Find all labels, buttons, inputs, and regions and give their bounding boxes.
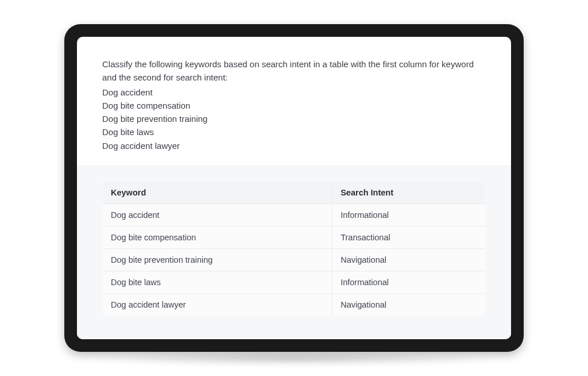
cell-intent: Navigational <box>332 293 486 316</box>
cell-intent: Navigational <box>332 248 486 271</box>
cell-intent: Informational <box>332 271 486 293</box>
table-header-row: Keyword Search Intent <box>103 181 486 204</box>
table-row: Dog accident Informational <box>103 204 486 226</box>
cell-keyword: Dog bite compensation <box>103 226 332 248</box>
user-prompt-section: Classify the following keywords based on… <box>77 37 511 165</box>
cell-keyword: Dog bite laws <box>103 271 332 293</box>
table-row: Dog accident lawyer Navigational <box>103 293 486 316</box>
cell-keyword: Dog bite prevention training <box>103 248 332 271</box>
tablet-device-frame: Classify the following keywords based on… <box>64 24 524 352</box>
cell-keyword: Dog accident lawyer <box>103 293 332 316</box>
table-header-keyword: Keyword <box>103 181 332 204</box>
table-row: Dog bite laws Informational <box>103 271 486 293</box>
cell-intent: Transactional <box>332 226 486 248</box>
cell-intent: Informational <box>332 204 486 226</box>
prompt-keyword-item: Dog bite compensation <box>102 99 486 112</box>
prompt-keyword-item: Dog bite laws <box>102 125 486 139</box>
prompt-instruction: Classify the following keywords based on… <box>102 57 486 85</box>
prompt-keyword-item: Dog accident lawyer <box>102 139 486 152</box>
assistant-response-section: Keyword Search Intent Dog accident Infor… <box>77 165 511 339</box>
table-header-intent: Search Intent <box>332 181 486 204</box>
prompt-keyword-item: Dog accident <box>102 86 486 99</box>
cell-keyword: Dog accident <box>103 204 332 226</box>
tablet-screen: Classify the following keywords based on… <box>77 37 511 339</box>
table-row: Dog bite prevention training Navigationa… <box>103 248 486 271</box>
search-intent-table: Keyword Search Intent Dog accident Infor… <box>102 181 486 316</box>
prompt-keyword-item: Dog bite prevention training <box>102 112 486 125</box>
table-row: Dog bite compensation Transactional <box>103 226 486 248</box>
